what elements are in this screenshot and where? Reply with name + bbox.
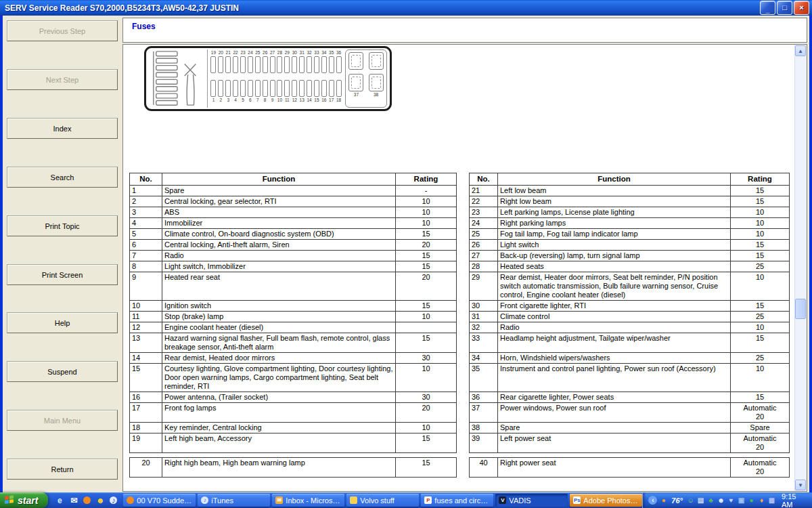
fuse-column: 268 bbox=[261, 50, 269, 108]
window-title: SERV Service Reader S70,2000,B5234T3,AW5… bbox=[5, 3, 239, 13]
antivirus-icon[interactable]: ● bbox=[747, 496, 756, 505]
minimize-icon: _ bbox=[765, 6, 769, 14]
scroll-thumb[interactable] bbox=[795, 299, 806, 319]
fuse-column: 191 bbox=[210, 50, 217, 108]
sidebar-button-help[interactable]: Help bbox=[7, 312, 118, 333]
fuse-row: 7Radio15 bbox=[130, 251, 457, 261]
network-computers-icon[interactable]: ▤ bbox=[696, 496, 705, 505]
maximize-button[interactable]: □ bbox=[777, 1, 792, 15]
fuse-column: 202 bbox=[217, 50, 225, 108]
vertical-scrollbar[interactable]: ▲ ▼ bbox=[794, 45, 807, 491]
sidebar-button-print-topic[interactable]: Print Topic bbox=[7, 215, 118, 236]
taskbar: start e✉☻♪ 00 V70 Suddenly No ...♪iTunes… bbox=[0, 492, 812, 508]
fuse-cell: Courtesy lighting, Glove compartment lig… bbox=[162, 364, 396, 392]
fuse-cell: Front fog lamps bbox=[162, 403, 396, 423]
fuse-row: 37Power windows, Power sun roofAutomatic… bbox=[470, 403, 790, 423]
fuse-cell: - bbox=[396, 186, 457, 196]
fuse-row: 5Climate control, On-board diagnostic sy… bbox=[130, 229, 457, 240]
collapse-chevron-icon[interactable]: ‹ bbox=[648, 496, 657, 505]
fuse-cell: 20 bbox=[396, 240, 457, 251]
aim-icon[interactable]: ☻ bbox=[95, 496, 105, 505]
fuse-cell: 15 bbox=[396, 458, 457, 478]
folder-icon bbox=[350, 496, 357, 504]
fuse-row: 23Left parking lamps, License plate ligh… bbox=[470, 207, 790, 218]
sidebar-button-return[interactable]: Return bbox=[7, 459, 118, 480]
fuse-row: 35Instrument and control panel lighting,… bbox=[470, 364, 790, 392]
column-header: Function bbox=[162, 173, 396, 186]
fuse-cell: 39 bbox=[470, 433, 498, 453]
fuse-cell: Ignition switch bbox=[162, 301, 396, 312]
sidebar-button-index[interactable]: Index bbox=[7, 118, 118, 139]
fuse-cell: Radio bbox=[498, 322, 731, 333]
messenger-icon[interactable]: ☻ bbox=[717, 496, 725, 505]
fuse-cell: Horn, Windshield wipers/washers bbox=[498, 353, 731, 364]
fuse-row: 4Immobilizer10 bbox=[130, 218, 457, 229]
sidebar-button-next-step[interactable]: Next Step bbox=[7, 69, 118, 90]
fuse-cell: Rear demist, Heated door mirrors bbox=[162, 353, 396, 364]
relay-slot bbox=[369, 74, 384, 91]
heart-icon[interactable]: ♥ bbox=[727, 496, 736, 505]
fuse-column: 213 bbox=[225, 50, 232, 108]
fuse-row: 15Courtesy lighting, Glove compartment l… bbox=[130, 364, 457, 392]
minimize-button[interactable]: _ bbox=[760, 1, 775, 15]
fuse-cell: 15 bbox=[396, 251, 457, 261]
fuse-row: 13Hazard warning signal flasher, Full be… bbox=[130, 333, 457, 353]
sidebar-button-print-screen[interactable]: Print Screen bbox=[7, 264, 118, 285]
weather-clock-icon[interactable]: ● bbox=[659, 496, 668, 505]
content-header: Fuses bbox=[122, 18, 807, 43]
task-button-adobe-photoshop[interactable]: PsAdobe Photoshop bbox=[570, 494, 642, 507]
close-button[interactable]: × bbox=[794, 1, 809, 15]
itunes-icon[interactable]: ♪ bbox=[110, 496, 117, 504]
sidebar-button-suspend[interactable]: Suspend bbox=[7, 361, 118, 382]
sidebar: Previous StepNext StepIndexSearchPrint T… bbox=[3, 16, 122, 492]
fuse-cell: 40 bbox=[470, 458, 498, 478]
outlook-icon: ✉ bbox=[275, 496, 283, 504]
task-button-itunes[interactable]: ♪iTunes bbox=[198, 494, 270, 507]
mail-icon[interactable]: ✉ bbox=[69, 496, 78, 505]
fuse-row: 32Radio10 bbox=[470, 322, 790, 333]
updates-icon[interactable]: ▦ bbox=[767, 496, 776, 505]
fuse-table: No.FunctionRating21Left low beam1522Righ… bbox=[469, 173, 790, 453]
fuse-column: 2911 bbox=[284, 50, 291, 108]
task-button-vadis[interactable]: VVADIS bbox=[495, 494, 568, 507]
sidebar-button-previous-step[interactable]: Previous Step bbox=[7, 20, 118, 41]
task-button-fuses-and-circuit-brea[interactable]: Pfuses and circuit brea... bbox=[421, 494, 493, 507]
green-app-icon[interactable]: ♣ bbox=[706, 496, 715, 505]
fuse-cell: 27 bbox=[470, 251, 498, 261]
relay-slot bbox=[348, 52, 363, 70]
fuse-column: 3315 bbox=[313, 50, 320, 108]
key-icon[interactable]: ♦ bbox=[757, 496, 766, 505]
title-bar[interactable]: SERV Service Reader S70,2000,B5234T3,AW5… bbox=[0, 0, 812, 16]
fuse-cell: 32 bbox=[470, 322, 498, 333]
firefox-icon[interactable] bbox=[83, 496, 91, 504]
scroll-up-button[interactable]: ▲ bbox=[795, 45, 806, 56]
task-button-00-v70-suddenly-no[interactable]: 00 V70 Suddenly No ... bbox=[123, 494, 196, 507]
task-button-label: Volvo stuff bbox=[360, 496, 394, 505]
fuse-row: 10Ignition switch15 bbox=[130, 301, 457, 312]
task-button-volvo-stuff[interactable]: Volvo stuff bbox=[346, 494, 419, 507]
fuse-cell: 10 bbox=[731, 272, 790, 301]
relay-slot bbox=[348, 74, 363, 91]
display-icon[interactable]: ▣ bbox=[737, 496, 746, 505]
fuse-cell: 10 bbox=[396, 364, 457, 392]
fuse-row: 40Right power seatAutomatic 20 bbox=[470, 458, 790, 478]
fuse-cell: 33 bbox=[470, 333, 498, 353]
task-button-inbox-microsoft-out[interactable]: ✉Inbox - Microsoft Out... bbox=[272, 494, 344, 507]
people-icon[interactable]: ☺ bbox=[686, 496, 695, 505]
sidebar-button-main-menu[interactable]: Main Menu bbox=[7, 410, 118, 431]
fuse-cell: Right high beam, High beam warning lamp bbox=[162, 458, 396, 478]
fuse-cell: Climate control bbox=[498, 312, 731, 322]
internet-explorer-icon[interactable]: e bbox=[55, 496, 64, 505]
fuse-cell: 15 bbox=[731, 251, 790, 261]
fuse-cell: 3 bbox=[130, 207, 162, 218]
start-button-label: start bbox=[18, 495, 38, 506]
fuse-cell: 20 bbox=[130, 458, 162, 478]
fuse-column: 3113 bbox=[298, 50, 306, 108]
fuse-cell: 10 bbox=[396, 423, 457, 433]
relay-zone: 37 38 bbox=[345, 49, 387, 108]
clock[interactable]: 9:15 AM bbox=[782, 492, 805, 508]
start-button[interactable]: start bbox=[0, 492, 48, 508]
relay-slot bbox=[369, 52, 384, 70]
sidebar-button-search[interactable]: Search bbox=[7, 167, 118, 188]
scroll-down-button[interactable]: ▼ bbox=[795, 480, 806, 490]
